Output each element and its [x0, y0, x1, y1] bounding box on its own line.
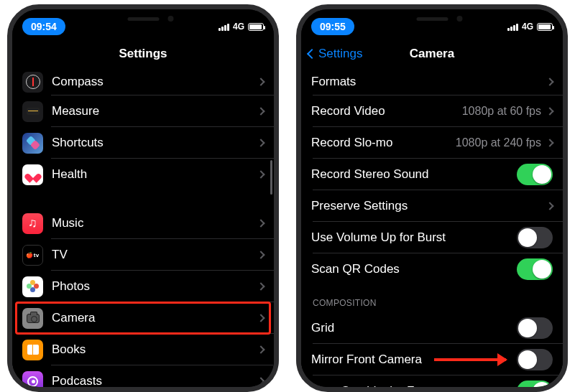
chevron-right-icon: [546, 202, 553, 210]
row-music[interactable]: ♫ Music: [12, 207, 274, 239]
signal-icon: [507, 23, 518, 31]
network-label: 4G: [522, 22, 533, 32]
row-label: Shortcuts: [52, 136, 258, 150]
row-scan-qr: Scan QR Codes: [301, 253, 563, 285]
podcasts-icon: [22, 371, 43, 388]
nav-bar: Settings Camera: [301, 39, 563, 68]
camera-icon: [22, 308, 43, 329]
row-podcasts[interactable]: Podcasts: [12, 365, 274, 387]
section-header-composition: COMPOSITION: [301, 285, 563, 312]
status-time[interactable]: 09:54: [22, 18, 65, 35]
phone-right: 09:55 4G Settings Camera Formats: [296, 4, 568, 392]
toggle-grid[interactable]: [517, 317, 553, 339]
row-label: Measure: [52, 104, 258, 118]
row-label: Photos: [52, 279, 258, 294]
health-icon: [22, 164, 43, 185]
shortcuts-icon: [22, 133, 43, 154]
row-view-outside-frame: View Outside the Frame: [301, 375, 563, 387]
row-grid: Grid: [301, 312, 563, 344]
row-tv[interactable]: 🍎tv TV: [12, 239, 274, 271]
tv-icon: 🍎tv: [22, 245, 43, 266]
chevron-right-icon: [546, 107, 553, 115]
chevron-left-icon: [307, 49, 317, 59]
row-preserve-settings[interactable]: Preserve Settings: [301, 190, 563, 222]
chevron-right-icon: [546, 139, 553, 146]
settings-list[interactable]: Compass Measure Shortcuts: [12, 68, 274, 387]
row-record-video[interactable]: Record Video 1080p at 60 fps: [301, 95, 563, 127]
row-label: Record Video: [311, 104, 462, 118]
row-label: Record Slo-mo: [311, 136, 456, 150]
chevron-right-icon: [546, 78, 553, 85]
row-shortcuts[interactable]: Shortcuts: [12, 127, 274, 159]
row-photos[interactable]: Photos: [12, 271, 274, 302]
measure-icon: [22, 101, 43, 122]
page-title: Settings: [119, 47, 167, 61]
page-title: Camera: [410, 47, 454, 61]
photos-icon: [22, 276, 43, 297]
row-formats[interactable]: Formats: [301, 68, 563, 95]
chevron-right-icon: [257, 314, 264, 322]
back-button[interactable]: Settings: [308, 39, 362, 68]
row-label: Formats: [311, 75, 547, 89]
row-label: Compass: [52, 75, 258, 89]
toggle-stereo-sound[interactable]: [517, 164, 553, 185]
row-label: Preserve Settings: [311, 199, 547, 213]
row-health[interactable]: Health: [12, 159, 274, 190]
battery-icon: [537, 23, 553, 31]
row-label: TV: [52, 248, 258, 262]
row-label: Use Volume Up for Burst: [311, 230, 517, 245]
row-label: Camera: [52, 311, 258, 325]
chevron-right-icon: [257, 282, 264, 290]
row-detail: 1080p at 240 fps: [456, 136, 541, 149]
toggle-view-outside[interactable]: [517, 381, 553, 387]
chevron-right-icon: [257, 78, 264, 85]
chevron-right-icon: [257, 107, 264, 115]
phone-left: 09:54 4G Settings Compass: [7, 4, 279, 392]
nav-bar: Settings: [12, 39, 274, 68]
books-icon: [22, 340, 43, 360]
row-measure[interactable]: Measure: [12, 95, 274, 127]
row-detail: 1080p at 60 fps: [462, 105, 541, 118]
row-record-slomo[interactable]: Record Slo-mo 1080p at 240 fps: [301, 127, 563, 159]
row-label: Health: [52, 167, 258, 182]
toggle-volume-burst[interactable]: [517, 227, 553, 248]
chevron-right-icon: [257, 219, 264, 227]
row-camera[interactable]: Camera: [12, 302, 274, 334]
annotation-arrow: [434, 358, 506, 361]
toggle-scan-qr[interactable]: [517, 258, 553, 280]
row-books[interactable]: Books: [12, 334, 274, 365]
row-label: View Outside the Frame: [311, 384, 517, 387]
camera-settings-list[interactable]: Formats Record Video 1080p at 60 fps Rec…: [301, 68, 563, 387]
row-stereo-sound: Record Stereo Sound: [301, 159, 563, 190]
row-label: Scan QR Codes: [311, 262, 517, 276]
battery-icon: [248, 23, 264, 31]
screen-settings: 09:54 4G Settings Compass: [12, 9, 274, 387]
screen-camera-settings: 09:55 4G Settings Camera Formats: [301, 9, 563, 387]
scroll-indicator[interactable]: [270, 160, 272, 195]
row-volume-burst: Use Volume Up for Burst: [301, 222, 563, 253]
row-label: Record Stereo Sound: [311, 167, 517, 182]
back-label: Settings: [318, 47, 362, 61]
notch: [84, 9, 203, 28]
row-mirror-front: Mirror Front Camera: [301, 344, 563, 375]
status-time[interactable]: 09:55: [311, 18, 354, 35]
chevron-right-icon: [257, 170, 264, 178]
toggle-mirror-front[interactable]: [517, 349, 553, 370]
row-compass[interactable]: Compass: [12, 68, 274, 95]
notch: [373, 9, 492, 28]
row-label: Music: [52, 216, 258, 230]
signal-icon: [218, 23, 229, 31]
row-label: Books: [52, 342, 258, 357]
chevron-right-icon: [257, 251, 264, 258]
compass-icon: [22, 72, 43, 93]
music-icon: ♫: [22, 213, 43, 234]
network-label: 4G: [233, 22, 244, 32]
chevron-right-icon: [257, 139, 264, 146]
row-label: Grid: [311, 321, 517, 335]
chevron-right-icon: [257, 345, 264, 353]
row-label: Podcasts: [52, 374, 258, 387]
chevron-right-icon: [257, 377, 264, 385]
